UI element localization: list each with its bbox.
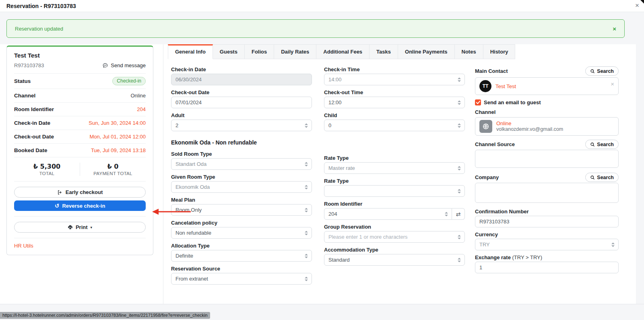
check-in-date-input[interactable]: 06/30/2024 (171, 74, 312, 85)
field-group-reservation: Group Reservation Please enter 1 or more… (324, 224, 465, 243)
alert-message: Reservation updated (15, 26, 63, 32)
send-email-checkbox[interactable] (475, 99, 481, 105)
tab-additional-fees[interactable]: Additional Fees (316, 44, 369, 59)
main-contact-label: Main Contact (475, 68, 508, 74)
allocation-type-select[interactable]: Definite (171, 250, 312, 262)
field-currency: Currency TRY (475, 231, 619, 250)
field-child: Child 0 (324, 112, 465, 131)
tab-general-info[interactable]: General Info (168, 44, 213, 59)
swap-icon: ⇄ (456, 211, 461, 217)
stepper-icon (305, 161, 308, 167)
window-title: Reservation - R973103783 (6, 0, 76, 12)
exchange-rate-label: Exchange rate (TRY > TRY) (475, 254, 619, 260)
confirmation-number-input[interactable]: R973103783 (475, 216, 619, 227)
channel-source-box[interactable] (475, 150, 619, 168)
reverse-checkin-label: Reverse check-in (62, 203, 105, 209)
channel-source-search-button[interactable]: Search (585, 140, 619, 149)
channel-label: Channel (475, 109, 619, 115)
field-rate-type-secondary: Rate Type (324, 178, 465, 197)
check-out-date-input[interactable]: 07/01/2024 (171, 97, 312, 108)
stepper-icon (458, 165, 461, 171)
annotation-arrow (152, 207, 191, 216)
reservation-code: R973103783 (14, 62, 44, 68)
payment-total-amount: ₺ 0 (80, 163, 146, 170)
adult-label: Adult (171, 112, 312, 118)
search-icon (590, 69, 595, 74)
search-icon (590, 175, 595, 180)
divider (14, 216, 146, 217)
main-contact-name[interactable]: Test Test (495, 83, 516, 89)
check-in-time-label: Check-in Time (324, 66, 465, 72)
tab-guests[interactable]: Guests (213, 44, 245, 59)
reservation-source-select[interactable]: From extranet (171, 273, 312, 285)
channel-card: Online volkanozdemir.vo@gmail.com (475, 117, 619, 136)
print-button[interactable]: Print ▾ (14, 222, 146, 233)
company-search-button[interactable]: Search (585, 173, 619, 182)
send-message-label: Send message (111, 62, 146, 68)
meal-plan-label: Meal Plan (171, 197, 312, 203)
room-swap-button[interactable]: ⇄ (452, 208, 465, 220)
stepper-icon (611, 242, 615, 247)
field-check-in-date: Check-in Date 06/30/2024 (171, 66, 312, 85)
sold-room-type-select[interactable]: Standart Oda (171, 158, 312, 170)
given-room-type-select[interactable]: Ekonomik Oda (171, 181, 312, 193)
check-in-time-select[interactable]: 14:00 (324, 74, 465, 85)
reverse-checkin-button[interactable]: ↺ Reverse check-in (14, 200, 146, 211)
channel-source-label: Channel Source (475, 141, 515, 147)
field-adult: Adult 2 (171, 112, 312, 131)
rate-type-secondary-select[interactable] (324, 185, 465, 197)
rate-type-label: Rate Type (324, 155, 465, 161)
total-amount: ₺ 5,300 (14, 163, 80, 170)
rate-type-select[interactable]: Master rate (324, 162, 465, 174)
send-message-button[interactable]: Send message (102, 62, 146, 68)
group-reservation-label: Group Reservation (324, 224, 465, 230)
payment-total-block: ₺ 0 PAYMENT TOTAL (80, 163, 146, 176)
child-stepper[interactable]: 0 (324, 120, 465, 131)
group-reservation-select[interactable]: Please enter 1 or more characters (324, 231, 465, 243)
summary-row-checkout-date: Check-out Date Mon, Jul 01, 2024 12:00 (14, 130, 146, 144)
meal-plan-select[interactable]: Room Only (171, 204, 312, 216)
field-exchange-rate: Exchange rate (TRY > TRY) 1 (475, 254, 619, 273)
hr-utils-link[interactable]: HR Utils (14, 238, 33, 255)
avatar: TT (479, 80, 491, 92)
early-checkout-button[interactable]: Early checkout (14, 187, 146, 198)
search-label: Search (597, 142, 614, 147)
currency-select[interactable]: TRY (475, 239, 619, 250)
stepper-icon (305, 123, 308, 128)
stepper-icon (458, 77, 461, 82)
tab-tasks[interactable]: Tasks (369, 44, 398, 59)
stepper-icon (305, 230, 308, 235)
tab-history[interactable]: History (483, 44, 516, 59)
search-label: Search (597, 175, 614, 180)
tab-notes[interactable]: Notes (454, 44, 483, 59)
tab-daily-rates[interactable]: Daily Rates (274, 44, 316, 59)
main-contact-search-button[interactable]: Search (585, 66, 619, 76)
channel-email: volkanozdemir.vo@gmail.com (496, 126, 563, 132)
cancelation-policy-select[interactable]: Non refundable (171, 227, 312, 239)
exchange-rate-input[interactable]: 1 (475, 262, 619, 273)
adult-stepper[interactable]: 2 (171, 120, 312, 131)
close-icon[interactable]: × (635, 0, 639, 11)
check-out-time-select[interactable]: 12:00 (324, 97, 465, 108)
form-column-2: Check-in Time 14:00 Check-out Time 12:00… (324, 66, 465, 270)
divider (14, 238, 146, 238)
remove-contact-icon[interactable]: × (611, 81, 614, 87)
field-sold-room-type: Sold Room Type Standart Oda (171, 151, 312, 170)
accommodation-type-select[interactable]: Standard (324, 254, 465, 266)
tab-folios[interactable]: Folios (244, 44, 274, 59)
given-room-type-label: Given Room Type (171, 174, 312, 180)
tab-online-payments[interactable]: Online Payments (398, 44, 454, 59)
alert-close-icon[interactable]: × (613, 25, 616, 32)
currency-label: Currency (475, 231, 619, 237)
summary-row-channel: Channel Online (14, 89, 146, 103)
field-accommodation-type: Accommodation Type Standard (324, 247, 465, 266)
company-box[interactable] (475, 183, 619, 203)
room-identifier-select[interactable]: 204 (324, 208, 452, 220)
totals-block: ₺ 5,300 TOTAL ₺ 0 PAYMENT TOTAL (14, 157, 146, 182)
speech-bubble-icon (102, 62, 108, 68)
check-out-date-label: Check-out Date (171, 89, 312, 95)
right-gutter (636, 44, 644, 304)
field-rate-type-master: Rate Type Master rate (324, 155, 465, 174)
field-check-out-date: Check-out Date 07/01/2024 (171, 89, 312, 108)
caret-down-icon: ▾ (91, 225, 93, 229)
